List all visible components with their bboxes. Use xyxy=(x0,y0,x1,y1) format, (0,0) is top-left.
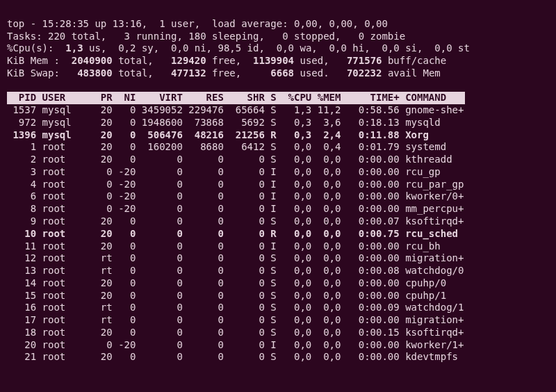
summary-line-swap: KiB Swap: 483800 total, 477132 free, 666… xyxy=(7,67,441,79)
process-row[interactable]: 20 root 0 -20 0 0 0 I 0,0 0,0 0:00.00 kw… xyxy=(7,339,464,350)
process-row[interactable]: 10 root 20 0 0 0 0 R 0,0 0,0 0:00.75 rcu… xyxy=(7,228,458,239)
process-row[interactable]: 6 root 0 -20 0 0 0 I 0,0 0,0 0:00.00 kwo… xyxy=(7,190,464,202)
process-row[interactable]: 15 root 20 0 0 0 0 S 0,0 0,0 0:00.00 cpu… xyxy=(7,290,446,301)
process-row[interactable]: 16 root rt 0 0 0 0 S 0,0 0,0 0:00.09 wat… xyxy=(7,302,464,313)
summary-line-top: top - 15:28:35 up 13:16, 1 user, load av… xyxy=(7,18,388,29)
process-row[interactable]: 3 root 0 -20 0 0 0 I 0,0 0,0 0:00.00 rcu… xyxy=(7,166,441,177)
process-row[interactable]: 1 root 20 0 160200 8680 6412 S 0,0 0,4 0… xyxy=(7,141,446,152)
process-row[interactable]: 1396 mysql 20 0 506476 48216 21256 R 0,3… xyxy=(7,129,429,140)
process-table-body: 1537 mysql 20 0 3459052 229476 65664 S 1… xyxy=(7,104,549,364)
process-row[interactable]: 11 root 20 0 0 0 0 I 0,0 0,0 0:00.00 rcu… xyxy=(7,240,441,252)
summary-line-mem: KiB Mem : 2040900 total, 129420 free, 11… xyxy=(7,55,446,66)
process-row[interactable]: 9 root 20 0 0 0 0 S 0,0 0,0 0:00.07 ksof… xyxy=(7,215,464,227)
summary-line-cpu: %Cpu(s): 1,3 us, 0,2 sy, 0,0 ni, 98,5 id… xyxy=(7,42,470,54)
process-row[interactable]: 14 root 20 0 0 0 0 S 0,0 0,0 0:00.00 cpu… xyxy=(7,277,446,288)
process-row[interactable]: 4 root 0 -20 0 0 0 I 0,0 0,0 0:00.00 rcu… xyxy=(7,179,464,190)
process-row[interactable]: 13 root rt 0 0 0 0 S 0,0 0,0 0:00.08 wat… xyxy=(7,265,464,276)
process-row[interactable]: 12 root rt 0 0 0 0 S 0,0 0,0 0:00.00 mig… xyxy=(7,252,464,263)
process-row[interactable]: 1537 mysql 20 0 3459052 229476 65664 S 1… xyxy=(7,104,464,115)
process-row[interactable]: 8 root 0 -20 0 0 0 I 0,0 0,0 0:00.00 mm_… xyxy=(7,203,464,214)
process-row[interactable]: 972 mysql 20 0 1948600 73868 5692 S 0,3 … xyxy=(7,117,441,128)
process-row[interactable]: 18 root 20 0 0 0 0 S 0,0 0,0 0:00.15 kso… xyxy=(7,327,464,338)
process-row[interactable]: 17 root rt 0 0 0 0 S 0,0 0,0 0:00.00 mig… xyxy=(7,314,464,325)
process-row[interactable]: 2 root 20 0 0 0 0 S 0,0 0,0 0:00.00 kthr… xyxy=(7,154,452,165)
process-table-header[interactable]: PID USER PR NI VIRT RES SHR S %CPU %MEM … xyxy=(7,92,465,104)
summary-line-tasks: Tasks: 220 total, 3 running, 180 sleepin… xyxy=(7,31,405,42)
process-row[interactable]: 21 root 20 0 0 0 0 S 0,0 0,0 0:00.00 kde… xyxy=(7,351,458,362)
terminal-screen[interactable]: top - 15:28:35 up 13:16, 1 user, load av… xyxy=(0,0,556,369)
